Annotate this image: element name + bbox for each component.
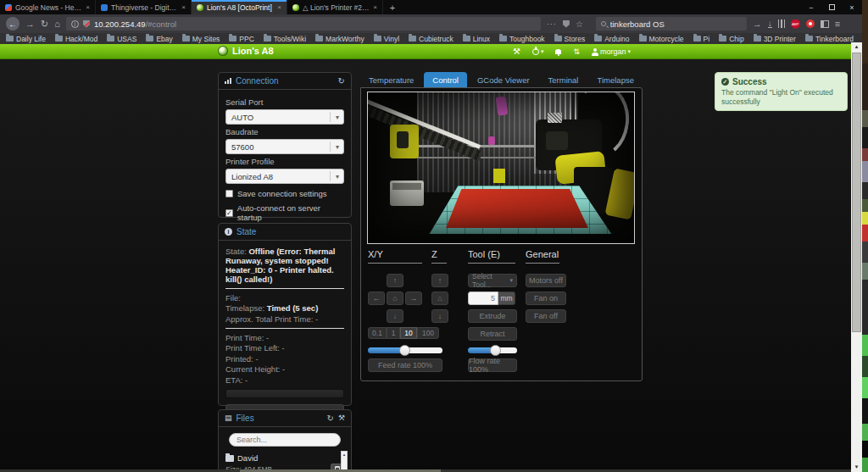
tab-google-news[interactable]: Google News - Headlines - Lat × [0,0,96,14]
step-100-button[interactable]: 100 [417,327,439,339]
refresh-icon[interactable]: ↻ [338,77,345,86]
bookmark-folder[interactable]: Motorcycle [639,35,684,43]
new-tab-button[interactable]: + [383,0,402,14]
page-actions-icon[interactable]: ··· [547,19,557,28]
refresh-icon[interactable]: ↻ [327,414,334,423]
bookmark-folder[interactable]: MarkWorthy [315,35,364,43]
library-icon[interactable] [778,19,785,28]
baudrate-select[interactable]: 57600 [225,139,344,154]
tab-close-icon[interactable]: × [181,3,186,11]
tab-lions-printer-2[interactable]: △ Lion's Printer #2 [OctoPrint] × [287,0,383,14]
search-bar[interactable] [596,17,747,31]
settings-wrench-icon[interactable]: ⚒ [513,47,520,56]
save-settings-checkbox[interactable] [225,190,233,197]
files-search[interactable] [229,433,341,447]
extension-red-icon[interactable] [806,19,815,28]
tab-timelapse[interactable]: Timelapse [588,72,642,88]
fan-on-button[interactable]: Fan on [526,292,566,305]
fan-off-button[interactable]: Fan off [526,309,566,323]
connection-panel-header[interactable]: Connection ↻ [219,73,351,90]
serial-port-select[interactable]: AUTO [225,109,344,125]
bookmark-star-icon[interactable]: ☆ [576,19,583,29]
tab-thingiverse[interactable]: Thingiverse - Digital Designs fo × [96,0,192,14]
bookmark-folder[interactable]: Stores [554,35,586,43]
files-panel-header[interactable]: ▤ Files ↻ ⚒ [219,410,351,427]
adblock-icon[interactable]: ABP [791,19,800,29]
bookmark-folder[interactable]: Tinkerboard [805,35,854,43]
jog-y-minus-button[interactable] [387,309,403,323]
bookmark-folder[interactable]: 3D Printer [754,35,796,43]
success-alert[interactable]: ✓ Success The command "Light On" execute… [715,72,848,111]
feed-rate-button[interactable]: Feed rate 100% [368,358,442,372]
feed-rate-slider[interactable] [368,347,442,353]
home-xy-button[interactable] [387,292,403,305]
slider-handle[interactable] [490,345,501,356]
extrude-button[interactable]: Extrude [468,309,517,323]
bookmark-folder[interactable]: Pi [693,35,710,43]
home-z-button[interactable] [431,292,448,305]
files-search-input[interactable] [236,436,333,444]
vertical-scrollbar-thumb[interactable] [852,53,861,332]
menu-icon[interactable]: ≡ [835,19,840,29]
step-0_1-button[interactable]: 0.1 [368,327,387,339]
tab-close-icon[interactable]: × [86,3,90,11]
printer-profile-select[interactable]: Lionized A8 [225,169,344,184]
downloads-icon[interactable]: ↓ [768,19,772,28]
search-go-icon[interactable]: → [753,19,762,29]
motors-off-button[interactable]: Motors off [526,274,566,287]
bookmark-folder[interactable]: Hack/Mod [55,35,97,43]
flow-rate-slider[interactable] [468,347,517,353]
sidebar-toggle-icon[interactable] [821,20,829,28]
state-panel-header[interactable]: i State [219,224,351,241]
step-1-button[interactable]: 1 [387,327,400,339]
autoconnect-row[interactable]: ✓Auto-connect on server startup [225,203,344,222]
jog-x-plus-button[interactable] [405,292,422,305]
autoconnect-checkbox[interactable]: ✓ [225,209,233,217]
scroll-down-arrow[interactable]: ▼ [851,463,862,472]
octoprint-brand[interactable]: Lion's A8 [218,46,274,56]
site-info-icon[interactable]: i [71,20,79,28]
announcements-bell-icon[interactable] [555,49,561,54]
pocket-icon[interactable] [563,20,570,28]
vertical-scrollbar[interactable]: ▲ ▼ [851,42,862,472]
tab-control[interactable]: Control [424,72,467,88]
bookmark-folder[interactable]: Toughbook [499,35,545,43]
tab-close-icon[interactable]: × [277,3,281,11]
bookmark-folder[interactable]: USAS [107,35,136,43]
slider-handle[interactable] [399,345,410,356]
tab-temperature[interactable]: Temperature [360,72,422,88]
file-list-item[interactable]: David [224,453,346,463]
bookmark-folder[interactable]: Daily Life [6,35,46,43]
back-button[interactable]: ← [6,17,19,31]
retract-button[interactable]: Retract [468,327,517,341]
reload-button[interactable]: ↻ [41,19,48,29]
tab-close-icon[interactable]: × [373,3,377,11]
user-menu[interactable]: morgan▾ [592,47,631,56]
content-blocking-shield-icon[interactable] [83,20,90,28]
bookmark-folder[interactable]: PPC [229,35,253,43]
tab-terminal[interactable]: Terminal [540,72,587,88]
select-tool-dropdown[interactable]: Select Tool... [468,274,517,287]
bookmark-folder[interactable]: Vinyl [374,35,399,43]
bookmark-folder[interactable]: Ebay [146,35,172,43]
jog-z-plus-button[interactable] [431,274,448,287]
tab-lions-a8[interactable]: Lion's A8 [OctoPrint] × [192,0,287,14]
step-10-button[interactable]: 10 [400,327,417,339]
extrude-amount-input[interactable] [468,292,498,305]
bookmark-folder[interactable]: Tools/Wiki [264,35,306,43]
wrench-icon[interactable]: ⚒ [338,414,345,422]
bookmark-folder[interactable]: Chip [719,35,743,43]
url-bar[interactable]: i 10.200.254.49/#control [66,17,541,31]
bookmark-folder[interactable]: Cubietruck [409,35,453,43]
jog-y-plus-button[interactable] [387,274,403,287]
save-settings-row[interactable]: Save connection settings [225,189,344,198]
system-power-menu[interactable]: ▾ [532,48,544,55]
bookmark-folder[interactable]: My Sites [182,35,220,43]
minimize-button[interactable]: − [801,0,821,14]
bookmark-folder[interactable]: Arduino [594,35,629,43]
flow-rate-button[interactable]: Flow rate 100% [468,358,517,372]
jog-x-minus-button[interactable] [368,292,385,305]
search-input[interactable] [610,19,721,29]
close-button[interactable]: × [842,0,862,14]
scroll-up-arrow[interactable]: ▲ [851,42,862,52]
